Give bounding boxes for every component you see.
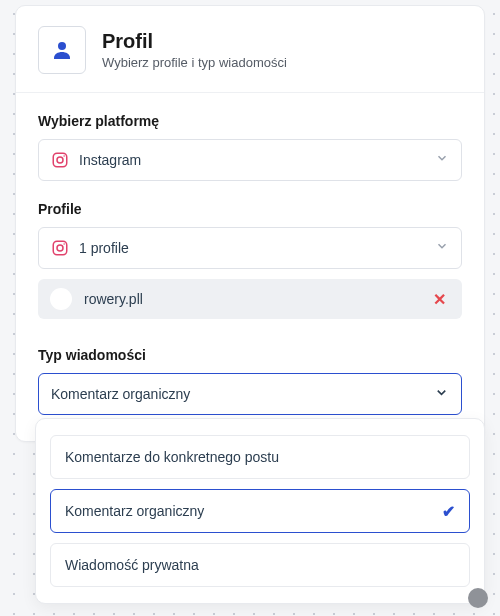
remove-profile-button[interactable]: ✕ — [429, 290, 450, 309]
profile-count: 1 profile — [79, 240, 425, 256]
platform-select[interactable]: Instagram — [38, 139, 462, 181]
message-type-label: Typ wiadomości — [38, 347, 462, 363]
svg-point-3 — [63, 155, 65, 157]
platform-value: Instagram — [79, 152, 425, 168]
selected-profile-chip: rowery.pll ✕ — [38, 279, 462, 319]
option-organic-comment[interactable]: Komentarz organiczny ✔ — [50, 489, 470, 533]
chevron-down-icon — [434, 385, 449, 404]
profile-select[interactable]: 1 profile — [38, 227, 462, 269]
profile-icon-box — [38, 26, 86, 74]
chevron-down-icon — [435, 151, 449, 169]
chevron-down-icon — [435, 239, 449, 257]
chat-bubble-icon[interactable] — [468, 588, 488, 608]
option-label: Wiadomość prywatna — [65, 557, 455, 573]
message-type-dropdown: Komentarze do konkretnego postu Komentar… — [35, 418, 485, 604]
page-subtitle: Wybierz profile i typ wiadomości — [102, 55, 287, 70]
message-type-value: Komentarz organiczny — [51, 386, 424, 402]
platform-section: Wybierz platformę Instagram — [16, 113, 484, 181]
option-specific-post[interactable]: Komentarze do konkretnego postu — [50, 435, 470, 479]
profile-step-card: Profil Wybierz profile i typ wiadomości … — [15, 5, 485, 442]
profile-section: Profile 1 profile rowery.pll ✕ — [16, 201, 484, 319]
svg-rect-4 — [53, 241, 67, 255]
check-icon: ✔ — [442, 502, 455, 521]
profile-avatar — [50, 288, 72, 310]
svg-rect-1 — [53, 153, 67, 167]
option-label: Komentarz organiczny — [65, 503, 442, 519]
message-type-section: Typ wiadomości Komentarz organiczny — [16, 347, 484, 415]
svg-point-0 — [58, 42, 66, 50]
card-header: Profil Wybierz profile i typ wiadomości — [16, 6, 484, 93]
header-text: Profil Wybierz profile i typ wiadomości — [102, 30, 287, 70]
instagram-icon — [51, 239, 69, 257]
svg-point-5 — [57, 245, 63, 251]
person-icon — [50, 38, 74, 62]
option-label: Komentarze do konkretnego postu — [65, 449, 455, 465]
svg-point-2 — [57, 157, 63, 163]
profile-name: rowery.pll — [84, 291, 417, 307]
message-type-select[interactable]: Komentarz organiczny — [38, 373, 462, 415]
instagram-icon — [51, 151, 69, 169]
option-private-message[interactable]: Wiadomość prywatna — [50, 543, 470, 587]
svg-point-6 — [63, 243, 65, 245]
profile-label: Profile — [38, 201, 462, 217]
platform-label: Wybierz platformę — [38, 113, 462, 129]
page-title: Profil — [102, 30, 287, 53]
